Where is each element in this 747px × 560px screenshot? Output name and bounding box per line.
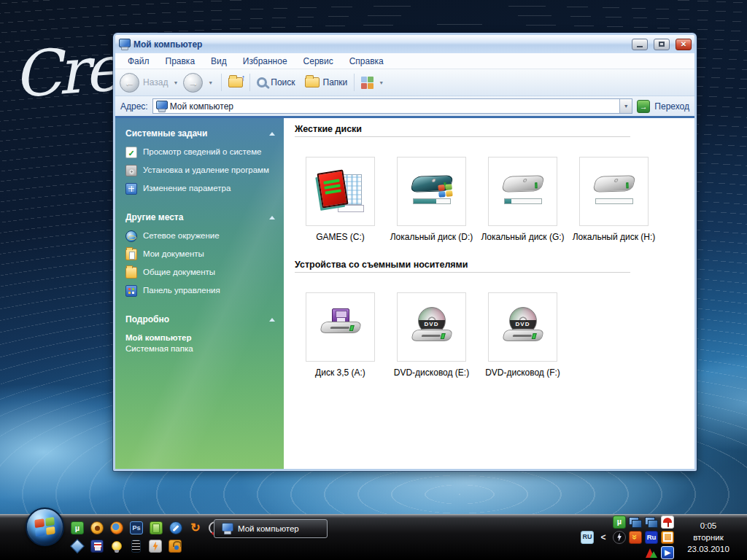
explorer-window: Мой компьютер ✕ ФайлПравкаВидИзбранноеСе… — [113, 33, 697, 471]
sidebar-item[interactable]: Мои документы — [125, 249, 275, 260]
my-computer-icon — [221, 523, 233, 534]
folders-label[interactable]: Папки — [323, 77, 348, 88]
toolbar-separator — [249, 74, 250, 91]
photoshop-icon[interactable]: Ps — [130, 521, 143, 534]
disk-usage-bar — [595, 198, 633, 204]
menu-item-2[interactable]: Вид — [203, 54, 235, 69]
taskbar[interactable]: µPs↻ Мой компьютер µRU<»Ru▶ 0:05 вторник… — [0, 514, 747, 560]
sidebar-item[interactable]: Панель управления — [125, 285, 275, 297]
search-label[interactable]: Поиск — [271, 77, 295, 88]
group-divider — [295, 136, 630, 137]
shared-documents-icon — [125, 267, 137, 279]
floppy-save-icon[interactable] — [90, 540, 104, 553]
forward-dropdown-icon[interactable]: ▼ — [208, 80, 213, 85]
sidebar-item[interactable]: Общие документы — [125, 267, 275, 279]
utorrent-icon[interactable]: µ — [613, 516, 626, 529]
desktop[interactable]: Cre Мой компьютер ✕ ФайлПравкаВидИзбранн… — [0, 0, 747, 560]
search-icon[interactable] — [257, 77, 267, 88]
avira-icon[interactable] — [661, 516, 674, 529]
address-dropdown-button[interactable]: ▼ — [619, 99, 632, 113]
drive-tile[interactable]: Локальный диск (G:) — [477, 157, 568, 242]
collapse-arrow-icon — [269, 318, 275, 322]
network-places-icon — [125, 230, 137, 242]
views-dropdown-icon[interactable]: ▼ — [379, 80, 384, 85]
sidebar-item[interactable]: ✓Просмотр сведений о системе — [125, 147, 275, 158]
title-bar[interactable]: Мой компьютер ✕ — [115, 35, 694, 53]
menu-item-4[interactable]: Сервис — [295, 54, 341, 69]
sidebar: Системные задачи ✓Просмотр сведений о си… — [115, 118, 284, 469]
cube-orange-icon[interactable] — [661, 531, 674, 544]
drive-tile[interactable]: DVD DVD-дисковод (E:) — [386, 292, 477, 378]
maximize-button[interactable] — [654, 39, 670, 50]
network-icon[interactable] — [629, 516, 642, 529]
install-programs-icon — [125, 165, 137, 176]
bag-icon[interactable] — [169, 540, 182, 553]
network-icon[interactable] — [645, 516, 658, 529]
utorrent-icon[interactable]: µ — [71, 521, 84, 534]
lightbulb-icon[interactable] — [110, 540, 123, 553]
server-icon[interactable] — [131, 540, 141, 553]
menu-item-1[interactable]: Правка — [158, 54, 204, 69]
sidebar-item[interactable]: Изменение параметра — [125, 183, 275, 195]
minimize-icon — [637, 46, 643, 47]
forward-button[interactable]: → — [183, 73, 203, 93]
sidebar-item[interactable]: Сетевое окружение — [125, 230, 275, 242]
toolbar-separator — [354, 74, 355, 91]
drive-tile[interactable]: Диск 3,5 (A:) — [295, 292, 386, 378]
winamp-icon[interactable] — [149, 540, 162, 553]
my-computer-icon — [155, 101, 167, 112]
drive-tile[interactable]: DVD DVD-дисковод (F:) — [477, 292, 568, 378]
drive-label: DVD-дисковод (F:) — [485, 368, 560, 378]
clock[interactable]: 0:05 вторник 23.03.2010 — [674, 514, 743, 560]
views-icon[interactable] — [361, 77, 374, 89]
sidebar-section-header[interactable]: Системные задачи — [125, 128, 275, 139]
floppy-drive-icon — [317, 308, 364, 346]
toolbar: ← Назад ▼ → ▼ ↑ Поиск Папки ▼ — [115, 69, 694, 96]
back-button[interactable]: ← — [120, 73, 139, 93]
lang-ru-blue-icon[interactable]: Ru — [645, 531, 658, 544]
drive-tile[interactable]: Локальный диск (H:) — [568, 157, 659, 242]
flashget-icon[interactable]: » — [629, 531, 642, 544]
pyramid-icon[interactable] — [645, 546, 658, 559]
drive-group: Жесткие диски GAMES (C:) Локальный диск … — [295, 124, 694, 242]
minimize-button[interactable] — [632, 39, 648, 50]
go-label[interactable]: Переход — [654, 101, 689, 112]
sidebar-section-details: Подробно Мой компьютер Системная папка — [125, 314, 275, 353]
media-play-icon[interactable]: ▶ — [661, 546, 674, 559]
firefox-icon[interactable] — [110, 521, 123, 534]
hard-drive-icon — [591, 173, 638, 211]
sync-icon[interactable]: ↻ — [189, 521, 202, 534]
clock-weekday: вторник — [674, 533, 743, 542]
menu-item-3[interactable]: Избранное — [235, 54, 295, 69]
sidebar-section-header[interactable]: Подробно — [125, 314, 275, 324]
toolbar-separator — [221, 74, 222, 91]
close-button[interactable]: ✕ — [676, 39, 692, 50]
system-info-icon: ✓ — [125, 147, 137, 158]
sidebar-item[interactable]: Установка и удаление программ — [125, 165, 275, 176]
drive-tile[interactable]: Локальный диск (D:) — [386, 157, 477, 242]
address-input[interactable]: Мой компьютер ▼ — [152, 98, 633, 114]
chevron-left-icon[interactable]: < — [597, 531, 610, 544]
back-label: Назад — [143, 77, 168, 88]
clock-date: 23.03.2010 — [674, 545, 743, 553]
lightning-icon[interactable] — [613, 531, 626, 544]
menu-item-5[interactable]: Справка — [341, 54, 392, 69]
utilities-wrench-icon[interactable] — [169, 521, 182, 534]
start-button[interactable] — [26, 508, 64, 546]
up-button[interactable]: ↑ — [228, 77, 243, 88]
battery-icon[interactable] — [150, 521, 163, 534]
drive-tile[interactable]: GAMES (C:) — [295, 157, 386, 242]
sidebar-section-header[interactable]: Другие места — [125, 212, 275, 222]
lang-ru-light-icon[interactable]: RU — [581, 531, 594, 544]
collapse-arrow-icon — [269, 132, 275, 136]
change-setting-icon — [125, 183, 137, 195]
folder-view[interactable]: Жесткие диски GAMES (C:) Локальный диск … — [284, 118, 694, 469]
menu-item-0[interactable]: Файл — [120, 54, 158, 69]
task-buttons: Мой компьютер — [214, 519, 328, 538]
back-dropdown-icon[interactable]: ▼ — [173, 80, 178, 85]
go-button[interactable]: → — [637, 100, 650, 113]
taskbar-window-button[interactable]: Мой компьютер — [214, 519, 328, 538]
daemon-tools-icon[interactable] — [90, 521, 104, 534]
virtualbox-icon[interactable] — [71, 540, 84, 553]
folders-icon[interactable] — [305, 77, 320, 88]
